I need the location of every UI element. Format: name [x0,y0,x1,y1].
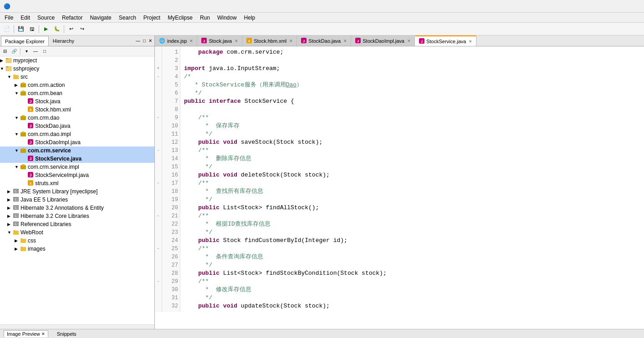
tree-item[interactable]: ▼com.crm.bean [0,89,154,97]
save-all-button[interactable]: 🖫 [27,24,37,34]
tree-arrow[interactable]: ▶ [15,83,20,87]
tree-hscroll[interactable] [0,324,154,329]
tree-item[interactable]: ▼com.crm.service.impl [0,163,154,171]
fold-marker[interactable]: - [155,73,162,81]
collapse-all-button[interactable]: ⊟ [1,47,9,55]
tree-item[interactable]: ▶LHibernate 3.2 Core Libraries [0,212,154,220]
tree-arrow[interactable]: ▶ [15,238,20,243]
bottom-tab-snippets[interactable]: Snippets [54,330,80,337]
editor-tab-stockservice-java[interactable]: J StockService.java✕ [415,35,476,46]
debug-button[interactable]: 🐛 [52,24,62,34]
tree-item[interactable]: ▶css [0,237,154,245]
tree-arrow[interactable]: ▼ [15,132,20,136]
tree-item[interactable]: ▼com.crm.dao.impl [0,130,154,138]
tab-close-icon[interactable]: ✕ [235,39,238,43]
tab-close-icon[interactable]: ✕ [189,39,193,43]
tree-label: com.crm.bean [28,90,62,96]
redo-button[interactable]: ↪ [77,24,87,34]
menu-item-window[interactable]: Window [215,14,240,22]
tree-arrow[interactable]: ▶ [15,247,20,251]
tree-item[interactable]: XStock.hbm.xml [0,106,154,114]
panel-minimize-btn[interactable]: — [134,38,142,44]
tree-arrow[interactable]: ▼ [7,230,13,235]
new-button[interactable]: 📄 [2,24,12,34]
tab-close-icon[interactable]: ✕ [343,39,347,43]
panel-close-btn[interactable]: ✕ [147,38,153,44]
tree-item[interactable]: JStockDao.java [0,122,154,130]
editor-tab-index-jsp[interactable]: 🌐 index.jsp✕ [155,35,197,46]
tree-arrow[interactable]: ▼ [15,91,20,96]
tree-item[interactable]: ▶LJRE System Library [myeclipse] [0,187,154,196]
tree-arrow[interactable]: ▶ [7,214,13,218]
editor-tab-stockdaoimpl-java[interactable]: J StockDaoImpl.java✕ [351,35,415,46]
menu-item-source[interactable]: Source [35,14,57,22]
fold-marker[interactable]: - [155,277,162,286]
tree-item[interactable]: ▼WebRoot [0,228,154,237]
tree-arrow[interactable]: ▶ [7,222,13,227]
fold-marker[interactable]: - [155,146,162,155]
tree-arrow[interactable]: ▼ [15,148,20,153]
run-button[interactable]: ▶ [41,24,51,34]
tree-item[interactable]: ▼sshprojecy [0,65,154,73]
editor-tab-stock-hbm[interactable]: X Stock.hbm.xml✕ [242,35,297,46]
code-lines[interactable]: package com.crm.service; import java.io.… [180,46,644,312]
tree-item[interactable]: JStockDaoImpl.java [0,138,154,146]
editor-content[interactable]: +------- 1234567891011121314151617181920… [155,46,644,329]
tree-item[interactable]: ▶LJava EE 5 Libraries [0,196,154,204]
fold-marker[interactable]: - [155,212,162,220]
tree-item[interactable]: ▶LReferenced Libraries [0,220,154,228]
tree-icon: L [13,196,19,203]
tree-item[interactable]: ▼com.crm.dao [0,114,154,122]
tab-close-icon[interactable]: ✕ [407,39,411,43]
menu-item-myeclipse[interactable]: MyEclipse [165,14,195,22]
tree-item[interactable]: ▶com.crm.action [0,81,154,89]
menu-item-search[interactable]: Search [116,14,139,22]
tree-arrow[interactable]: ▶ [7,189,13,194]
panel-maximize-btn[interactable]: □ [142,38,147,44]
menu-item-refactor[interactable]: Refactor [59,14,85,22]
panel-tab-hierarchy[interactable]: Hierarchy [49,36,78,46]
svg-rect-26 [20,165,26,169]
tree-item[interactable]: ▶images [0,245,154,253]
menu-item-edit[interactable]: Edit [18,14,33,22]
tree-item[interactable]: ▶LHibernate 3.2 Annotations & Entity [0,204,154,212]
tree-item[interactable]: JStockService.java [0,155,154,163]
menu-button[interactable]: ▾ [22,47,31,55]
menu-item-run[interactable]: Run [197,14,213,22]
tree-item[interactable]: ▶myproject [0,56,154,65]
undo-button[interactable]: ↩ [66,24,76,34]
tree-item[interactable]: ▼src [0,73,154,81]
svg-text:L: L [15,198,17,201]
maximize-button[interactable]: □ [41,47,49,55]
tree-item[interactable]: JStockServiceImpl.java [0,171,154,179]
menu-item-project[interactable]: Project [141,14,163,22]
bottom-tab-close[interactable]: ✕ [41,332,45,336]
fold-marker[interactable]: - [155,179,162,187]
panel-tab-package-explorer[interactable]: Package Explorer [1,36,49,46]
menu-item-help[interactable]: Help [241,14,258,22]
minimize-button[interactable]: — [31,47,40,55]
tree-item[interactable]: ▼com.crm.service [0,146,154,155]
fold-marker[interactable]: - [155,245,162,253]
bottom-tab-image-preview[interactable]: Image Preview ✕ [4,330,48,337]
tree-arrow[interactable]: ▶ [7,197,13,202]
fold-marker[interactable]: + [155,65,162,73]
tab-close-icon[interactable]: ✕ [289,39,293,43]
tree-arrow[interactable]: ▶ [7,206,13,210]
tree-arrow[interactable]: ▶ [0,58,5,63]
tab-close-icon[interactable]: ✕ [469,39,472,44]
tree-arrow[interactable]: ▼ [0,66,5,71]
menu-item-file[interactable]: File [2,14,16,22]
tree-item[interactable]: Xstruts.xml [0,179,154,187]
save-button[interactable]: 💾 [16,24,26,34]
link-editor-button[interactable]: 🔗 [10,47,18,55]
tree-arrow[interactable]: ▼ [7,75,13,79]
tree-item[interactable]: JStock.java [0,97,154,106]
tree-label: com.crm.service [28,147,71,154]
menu-item-navigate[interactable]: Navigate [87,14,114,22]
fold-marker[interactable]: - [155,114,162,122]
tree-arrow[interactable]: ▼ [15,116,20,120]
editor-tab-stock-java[interactable]: J Stock.java✕ [197,35,242,46]
tree-arrow[interactable]: ▼ [15,165,20,169]
editor-tab-stockdao-java[interactable]: J StockDao.java✕ [297,35,351,46]
